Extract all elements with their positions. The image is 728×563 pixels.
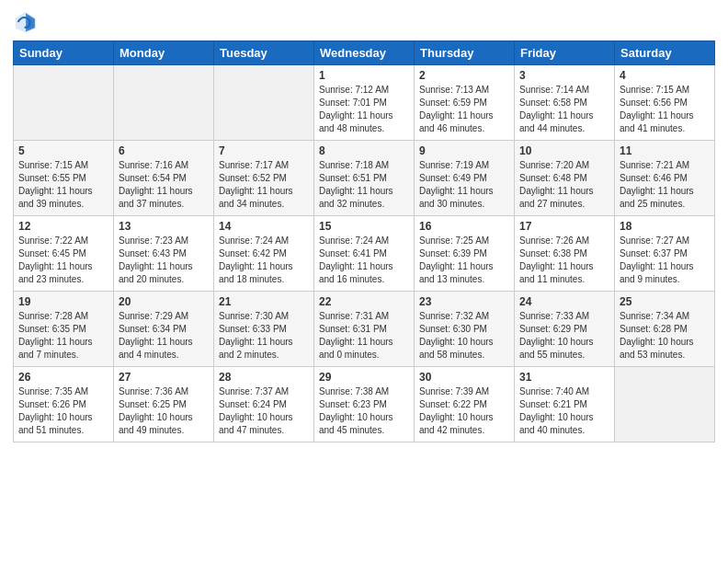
day-info: Sunrise: 7:17 AM Sunset: 6:52 PM Dayligh… (219, 160, 293, 209)
calendar-cell: 1Sunrise: 7:12 AM Sunset: 7:01 PM Daylig… (314, 65, 415, 141)
day-number: 25 (620, 295, 710, 308)
day-number: 12 (18, 220, 108, 233)
calendar-week-row: 1Sunrise: 7:12 AM Sunset: 7:01 PM Daylig… (14, 65, 715, 141)
day-info: Sunrise: 7:26 AM Sunset: 6:38 PM Dayligh… (519, 236, 594, 284)
day-info: Sunrise: 7:16 AM Sunset: 6:54 PM Dayligh… (119, 160, 193, 209)
day-info: Sunrise: 7:27 AM Sunset: 6:37 PM Dayligh… (620, 236, 694, 284)
calendar-header-row: SundayMondayTuesdayWednesdayThursdayFrid… (14, 41, 715, 65)
day-info: Sunrise: 7:30 AM Sunset: 6:33 PM Dayligh… (219, 311, 293, 360)
day-number: 21 (219, 295, 309, 308)
calendar-table: SundayMondayTuesdayWednesdayThursdayFrid… (13, 40, 715, 442)
day-info: Sunrise: 7:12 AM Sunset: 7:01 PM Dayligh… (319, 85, 393, 133)
calendar-cell: 4Sunrise: 7:15 AM Sunset: 6:56 PM Daylig… (615, 65, 715, 141)
calendar-cell (14, 65, 114, 141)
calendar-week-row: 19Sunrise: 7:28 AM Sunset: 6:35 PM Dayli… (14, 292, 715, 367)
day-number: 8 (319, 144, 409, 157)
day-number: 9 (419, 144, 509, 157)
day-info: Sunrise: 7:13 AM Sunset: 6:59 PM Dayligh… (419, 85, 494, 133)
calendar-cell: 31Sunrise: 7:40 AM Sunset: 6:21 PM Dayli… (515, 367, 615, 442)
day-number: 11 (620, 144, 710, 157)
day-info: Sunrise: 7:35 AM Sunset: 6:26 PM Dayligh… (18, 386, 93, 435)
day-info: Sunrise: 7:29 AM Sunset: 6:34 PM Dayligh… (119, 311, 193, 360)
day-number: 30 (419, 371, 509, 384)
day-number: 28 (219, 371, 309, 384)
day-number: 16 (419, 220, 509, 233)
day-info: Sunrise: 7:37 AM Sunset: 6:24 PM Dayligh… (219, 386, 293, 435)
calendar-cell (214, 65, 314, 141)
calendar-cell: 29Sunrise: 7:38 AM Sunset: 6:23 PM Dayli… (314, 367, 415, 442)
day-info: Sunrise: 7:15 AM Sunset: 6:56 PM Dayligh… (620, 85, 694, 133)
calendar-cell: 20Sunrise: 7:29 AM Sunset: 6:34 PM Dayli… (114, 292, 214, 367)
day-info: Sunrise: 7:22 AM Sunset: 6:45 PM Dayligh… (18, 236, 93, 284)
day-header-wednesday: Wednesday (314, 41, 415, 65)
day-number: 4 (620, 69, 710, 82)
header (13, 9, 715, 35)
page-container: SundayMondayTuesdayWednesdayThursdayFrid… (0, 0, 728, 452)
calendar-cell: 27Sunrise: 7:36 AM Sunset: 6:25 PM Dayli… (114, 367, 214, 442)
calendar-cell: 28Sunrise: 7:37 AM Sunset: 6:24 PM Dayli… (214, 367, 314, 442)
day-info: Sunrise: 7:15 AM Sunset: 6:55 PM Dayligh… (18, 160, 93, 209)
calendar-week-row: 26Sunrise: 7:35 AM Sunset: 6:26 PM Dayli… (14, 367, 715, 442)
day-info: Sunrise: 7:18 AM Sunset: 6:51 PM Dayligh… (319, 160, 393, 209)
day-number: 15 (319, 220, 409, 233)
calendar-cell: 23Sunrise: 7:32 AM Sunset: 6:30 PM Dayli… (415, 292, 515, 367)
calendar-cell: 25Sunrise: 7:34 AM Sunset: 6:28 PM Dayli… (615, 292, 715, 367)
day-info: Sunrise: 7:24 AM Sunset: 6:41 PM Dayligh… (319, 236, 393, 284)
day-number: 20 (119, 295, 209, 308)
day-number: 26 (18, 371, 108, 384)
calendar-cell: 16Sunrise: 7:25 AM Sunset: 6:39 PM Dayli… (415, 216, 515, 292)
day-number: 22 (319, 295, 409, 308)
day-number: 17 (519, 220, 609, 233)
calendar-cell: 10Sunrise: 7:20 AM Sunset: 6:48 PM Dayli… (515, 141, 615, 216)
calendar-cell: 3Sunrise: 7:14 AM Sunset: 6:58 PM Daylig… (515, 65, 615, 141)
calendar-cell (615, 367, 715, 442)
calendar-cell: 2Sunrise: 7:13 AM Sunset: 6:59 PM Daylig… (415, 65, 515, 141)
calendar-cell: 12Sunrise: 7:22 AM Sunset: 6:45 PM Dayli… (14, 216, 114, 292)
calendar-cell: 22Sunrise: 7:31 AM Sunset: 6:31 PM Dayli… (314, 292, 415, 367)
day-number: 31 (519, 371, 609, 384)
calendar-cell: 19Sunrise: 7:28 AM Sunset: 6:35 PM Dayli… (14, 292, 114, 367)
day-number: 7 (219, 144, 309, 157)
day-number: 29 (319, 371, 409, 384)
day-number: 14 (219, 220, 309, 233)
day-number: 3 (519, 69, 609, 82)
day-number: 10 (519, 144, 609, 157)
day-info: Sunrise: 7:28 AM Sunset: 6:35 PM Dayligh… (18, 311, 93, 360)
day-info: Sunrise: 7:32 AM Sunset: 6:30 PM Dayligh… (419, 311, 494, 360)
calendar-cell: 5Sunrise: 7:15 AM Sunset: 6:55 PM Daylig… (14, 141, 114, 216)
calendar-cell: 7Sunrise: 7:17 AM Sunset: 6:52 PM Daylig… (214, 141, 314, 216)
day-header-sunday: Sunday (14, 41, 114, 65)
day-number: 19 (18, 295, 108, 308)
day-info: Sunrise: 7:21 AM Sunset: 6:46 PM Dayligh… (620, 160, 694, 209)
day-number: 6 (119, 144, 209, 157)
day-number: 5 (18, 144, 108, 157)
calendar-cell: 11Sunrise: 7:21 AM Sunset: 6:46 PM Dayli… (615, 141, 715, 216)
calendar-cell: 18Sunrise: 7:27 AM Sunset: 6:37 PM Dayli… (615, 216, 715, 292)
calendar-week-row: 5Sunrise: 7:15 AM Sunset: 6:55 PM Daylig… (14, 141, 715, 216)
calendar-cell: 17Sunrise: 7:26 AM Sunset: 6:38 PM Dayli… (515, 216, 615, 292)
day-info: Sunrise: 7:34 AM Sunset: 6:28 PM Dayligh… (620, 311, 694, 360)
day-info: Sunrise: 7:33 AM Sunset: 6:29 PM Dayligh… (519, 311, 594, 360)
day-number: 18 (620, 220, 710, 233)
day-info: Sunrise: 7:23 AM Sunset: 6:43 PM Dayligh… (119, 236, 193, 284)
day-header-saturday: Saturday (615, 41, 715, 65)
day-info: Sunrise: 7:14 AM Sunset: 6:58 PM Dayligh… (519, 85, 594, 133)
day-header-friday: Friday (515, 41, 615, 65)
calendar-cell (114, 65, 214, 141)
calendar-cell: 30Sunrise: 7:39 AM Sunset: 6:22 PM Dayli… (415, 367, 515, 442)
calendar-cell: 21Sunrise: 7:30 AM Sunset: 6:33 PM Dayli… (214, 292, 314, 367)
day-number: 27 (119, 371, 209, 384)
day-number: 13 (119, 220, 209, 233)
calendar-cell: 13Sunrise: 7:23 AM Sunset: 6:43 PM Dayli… (114, 216, 214, 292)
calendar-cell: 24Sunrise: 7:33 AM Sunset: 6:29 PM Dayli… (515, 292, 615, 367)
day-header-thursday: Thursday (415, 41, 515, 65)
calendar-cell: 15Sunrise: 7:24 AM Sunset: 6:41 PM Dayli… (314, 216, 415, 292)
day-info: Sunrise: 7:39 AM Sunset: 6:22 PM Dayligh… (419, 386, 494, 435)
day-info: Sunrise: 7:19 AM Sunset: 6:49 PM Dayligh… (419, 160, 494, 209)
logo (13, 9, 42, 35)
calendar-week-row: 12Sunrise: 7:22 AM Sunset: 6:45 PM Dayli… (14, 216, 715, 292)
calendar-cell: 14Sunrise: 7:24 AM Sunset: 6:42 PM Dayli… (214, 216, 314, 292)
day-info: Sunrise: 7:40 AM Sunset: 6:21 PM Dayligh… (519, 386, 594, 435)
calendar-cell: 6Sunrise: 7:16 AM Sunset: 6:54 PM Daylig… (114, 141, 214, 216)
day-info: Sunrise: 7:36 AM Sunset: 6:25 PM Dayligh… (119, 386, 193, 435)
